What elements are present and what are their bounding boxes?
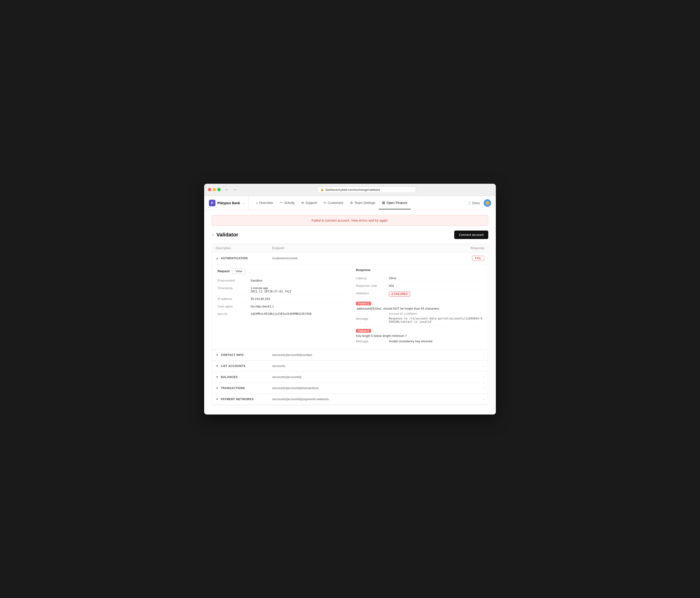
section-endpoint: /customers/current [272,256,447,260]
transactions-endpoint: /accounts/{accountId}/transactions [272,386,447,390]
bank-icon: 🏛 [382,201,385,205]
failure-1-account-row: Account ID: 11899844 [356,312,482,316]
section-list-accounts-header[interactable]: ▼ LIST ACCOUNTS /accounts - [212,360,488,371]
section-transactions-header[interactable]: ▼ TRANSACTIONS /accounts/{accountId}/tra… [212,383,488,394]
user-agent-row: User agent Go-http-client/1.1 [218,303,344,310]
page-content: Failed to connect account. View errors a… [204,215,496,415]
back-button[interactable]: ‹ [212,232,214,238]
expand-icon-3: ▼ [216,375,219,379]
page-title: Validator [217,232,238,238]
back-nav-button[interactable]: ← [223,187,230,192]
minimize-button[interactable] [212,188,216,191]
page-title-row: ‹ Validator [212,232,238,238]
list-endpoint: /accounts [272,364,447,368]
nav-item-team-settings[interactable]: ⚙ Team Settings [347,197,379,209]
balances-status: - [447,375,484,379]
latency-value: 26ms [389,276,482,280]
col-response: Response [447,246,484,250]
brand-icon: P [209,200,216,206]
detail-grid: Request View Environment Sandbox Timesta… [218,268,482,346]
failure-1-account-id: Account ID: 11899844 [389,312,482,316]
page-header: ‹ Validator Connect account [212,230,488,239]
transactions-name: TRANSACTIONS [221,387,245,390]
ip-value: 35.153.85.253 [250,297,344,301]
response-col: Response Latency 26ms Response code 404 … [350,268,482,346]
timestamp-value: 1 minute ago 2021-11-10T20:57:03.741Z [250,286,344,293]
contact-label: ▼ CONTACT INFO [216,353,272,357]
request-title: Request View [218,268,344,274]
message-label-1: Message [356,317,389,323]
payment-label: ▼ PAYMENT NETWORKS [216,398,272,401]
balances-label: ▼ BALANCES [216,375,272,379]
address-bar[interactable]: 🔒 dashboard.plaid.com/exchange/validator [317,186,416,193]
nav-item-overview[interactable]: ⌂ Overview [252,197,276,209]
section-balances-header[interactable]: ▼ BALANCES /accounts/{accountId} - [212,372,488,382]
item-id-row: Item ID zqVXM5nLkRi8KzjaJVESw1k4E8MB4iOk… [218,310,344,318]
list-dash: - [483,364,484,368]
request-col: Request View Environment Sandbox Timesta… [218,268,350,346]
list-name: LIST ACCOUNTS [221,365,246,368]
timestamp-label: Timestamp [218,286,250,290]
brand-chevron-icon: ⌄ [242,201,245,205]
section-authentication-header[interactable]: ▲ AUTHENTICATION /customers/current FAIL [212,252,488,264]
section-authentication: ▲ AUTHENTICATION /customers/current FAIL [212,252,488,350]
environment-value: Sandbox [250,279,344,282]
connect-account-button[interactable]: Connect account [454,230,488,239]
list-label: ▼ LIST ACCOUNTS [216,365,272,368]
contact-endpoint: /accounts/{accountId}/contact [272,353,447,357]
validation-row: Validation 2 FAILURES [356,290,482,299]
failure-1-message-row: Message Response to /v1/account-data-por… [356,317,482,323]
response-code-value: 404 [389,284,482,288]
nav-item-activity[interactable]: 〜 Activity [276,196,298,209]
docs-link[interactable]: 📄 Docs [467,201,480,205]
nav-item-open-finance[interactable]: 🏛 Open Finance [379,197,411,209]
nav-buttons: ← → [223,187,239,192]
section-contact-info-header[interactable]: ▼ CONTACT INFO /accounts/{accountId}/con… [212,350,488,360]
nav-item-support[interactable]: ✉ Support [298,197,320,209]
section-transactions: ▼ TRANSACTIONS /accounts/{accountId}/tra… [212,383,488,394]
gear-icon: ⚙ [350,201,353,205]
failure-2-message-row: Message Invalid consistency key returned [356,340,482,343]
maximize-button[interactable] [217,188,221,191]
payment-name: PAYMENT NETWORKS [221,398,254,401]
validation-value: 2 FAILURES [389,292,482,297]
payment-dash: - [483,397,484,401]
response-code-label: Response code [356,284,389,288]
validation-label: Validation [356,292,389,295]
close-button[interactable] [208,188,211,191]
latency-label: Latency [356,276,389,280]
response-title: Response [356,268,482,272]
failure-1-message: .addresses[0].line1: should NOT be longe… [356,307,482,310]
item-id-label: Item ID [218,312,250,316]
failure-1-badge: Failure 1 [356,302,371,305]
section-payment-networks-header[interactable]: ▼ PAYMENT NETWORKS /accounts/{accountId}… [212,394,488,405]
message-label-2: Message [356,340,389,343]
latency-row: Latency 26ms [356,275,482,282]
failure-1-row: Failure 1 .addresses[0].line1: should NO… [356,299,482,326]
ip-label: IP address [218,297,250,301]
nav-item-customize[interactable]: ✏ Customize [320,197,347,209]
detail-panel: Request View Environment Sandbox Timesta… [212,264,488,349]
col-description: Description [216,246,272,250]
failure-2-row: Failure 2 Key length 5 below length mini… [356,326,482,346]
avatar[interactable]: 😊 [483,199,491,207]
nav-items: ⌂ Overview 〜 Activity ✉ Support ✏ Custom… [252,196,467,209]
forward-nav-button[interactable]: → [232,187,239,192]
environment-row: Environment Sandbox [218,277,344,284]
table-header: Description Endpoint Response [212,244,488,252]
view-button[interactable]: View [232,268,246,274]
contact-name: CONTACT INFO [221,353,244,357]
failure-2-message: Key length 5 below length minimum 7 [356,334,482,338]
app-nav: P Platypus Bank ⌄ ⌂ Overview 〜 Activity … [204,196,496,210]
url-text: dashboard.plaid.com/exchange/validator [325,188,380,192]
expand-icon: ▼ [216,353,219,357]
nav-right: 📄 Docs 😊 [467,199,491,207]
balances-endpoint: /accounts/{accountId} [272,375,447,379]
brand[interactable]: P Platypus Bank ⌄ [209,196,249,210]
response-code-row: Response code 404 [356,282,482,290]
lock-icon: 🔒 [320,188,324,191]
contact-status: - [447,353,484,357]
list-status: - [447,364,484,368]
collapse-icon: ▲ [216,257,219,260]
expand-icon-5: ▼ [216,398,219,401]
